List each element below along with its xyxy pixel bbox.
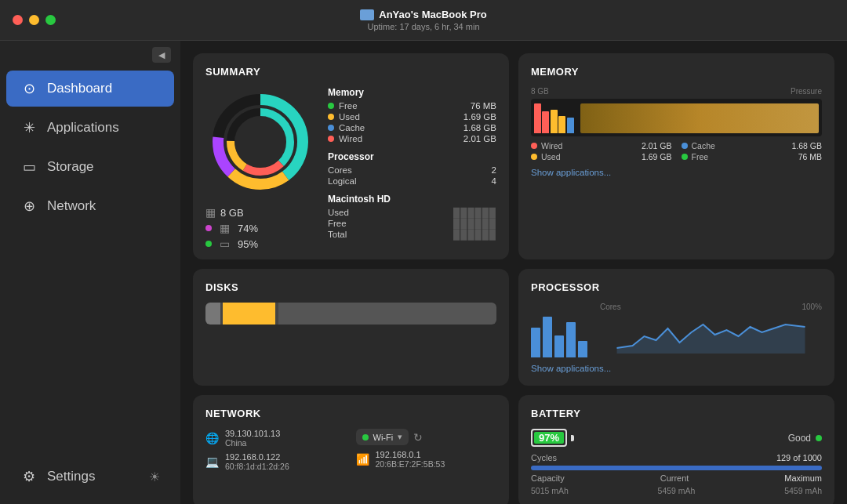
macintosh-section: Macintosh HD Used ██████ Free ██████ Tot… [328, 194, 496, 239]
cache-bar-1 [567, 118, 574, 133]
collapse-button[interactable]: ◀ [152, 47, 171, 63]
battery-top: 97% Good [531, 429, 822, 447]
mem-wired-row: Wired 2.01 GB [328, 134, 496, 143]
title-bar: AnYao's MacBook Pro Uptime: 17 days, 6 h… [0, 0, 847, 41]
sidebar-item-applications[interactable]: ✳ Applications [6, 110, 174, 146]
cache-dot [328, 125, 334, 131]
close-button[interactable] [13, 15, 23, 25]
mem-axis-left: 8 GB [531, 87, 549, 96]
disk-stat: ▦ 74% [205, 222, 315, 234]
network-right: Wi-Fi ▾ ↻ 📶 192.168.0.1 20:6B:E7:2F:5B:5… [356, 429, 497, 476]
battery-card: BATTERY 97% Good Cycles 129 of 1000 [518, 395, 834, 504]
sidebar-item-dashboard[interactable]: ⊙ Dashboard [6, 71, 174, 107]
sidebar-item-label: Network [47, 198, 96, 214]
public-ip-location: China [225, 438, 280, 448]
mem-used-row: Used 1.69 GB [328, 112, 496, 121]
mem-legend: Wired 2.01 GB Cache 1.68 GB Used 1.69 GB… [531, 141, 822, 161]
battery-pct-box: 97% [531, 429, 567, 447]
battery-status-dot [816, 435, 822, 441]
pressure-area [580, 103, 819, 133]
sidebar-item-settings[interactable]: ⚙ Settings ☀︎ [6, 459, 174, 495]
wired-bars [534, 103, 549, 133]
cache-legend-dot [682, 143, 688, 149]
cores-row: Cores 2 [328, 165, 496, 175]
battery-status-text: Good [788, 433, 811, 444]
proc-chart: Cores 100% [531, 303, 822, 357]
wifi-status-dot [362, 434, 369, 441]
proc-axis: Cores 100% [600, 303, 822, 311]
proc-show-apps[interactable]: Show applications... [531, 364, 822, 373]
minimize-button[interactable] [29, 15, 39, 25]
gateway-ip-row: 📶 192.168.0.1 20:6B:E7:2F:5B:53 [356, 450, 497, 469]
battery-cycles-row: Cycles 129 of 1000 [531, 453, 822, 462]
battery-tip [571, 435, 574, 441]
disk-dot [205, 225, 212, 231]
used-legend-dot [531, 154, 537, 160]
memory-show-apps[interactable]: Show applications... [531, 168, 822, 177]
wired-bar-1 [534, 103, 541, 133]
processor-title: PROCESSOR [531, 281, 822, 293]
processor-card: PROCESSOR Cores 100% [518, 269, 834, 386]
device-name: AnYao's MacBook Pro [360, 9, 486, 20]
storage-icon: ▭ [20, 158, 38, 176]
settings-label: Settings [47, 469, 95, 484]
current-label: Current [660, 473, 689, 483]
disks-card: DISKS [193, 269, 509, 386]
local-mac: 60:f8:1d:d1:2d:26 [225, 462, 289, 471]
used-bar-1 [551, 110, 558, 133]
cycles-bar [531, 466, 822, 470]
cache-bars [567, 118, 574, 133]
free-dot [328, 103, 334, 109]
refresh-icon[interactable]: ↻ [413, 431, 423, 444]
disk-seg-2 [223, 303, 275, 325]
mem-axis: 8 GB Pressure [531, 87, 822, 96]
summary-bottom-stats: ▦ 8 GB ▦ 74% ▭ 95% [205, 206, 315, 250]
network-inner: 🌐 39.130.101.13 China 💻 192.168.0.122 60… [205, 429, 496, 476]
main-layout: ◀ ⊙ Dashboard ✳ Applications ▭ Storage ⊕… [0, 41, 847, 504]
ram-icon: ▦ [205, 206, 216, 219]
storage-dot [205, 241, 212, 247]
chevron-down-icon: ▾ [398, 432, 402, 442]
sidebar-item-storage[interactable]: ▭ Storage [6, 149, 174, 185]
mem-cache-row: Cache 1.68 GB [328, 123, 496, 132]
proc-bar-1 [531, 328, 540, 358]
disk-seg-1 [205, 303, 220, 325]
wired-legend-dot [531, 143, 537, 149]
computer-icon: 💻 [205, 455, 219, 468]
public-ip-row: 🌐 39.130.101.13 China [205, 429, 347, 448]
proc-bars [531, 303, 594, 357]
processor-label: Processor [328, 151, 496, 162]
legend-cache: Cache 1.68 GB [682, 141, 823, 150]
dashboard-icon: ⊙ [20, 80, 38, 97]
summary-inner: ▦ 8 GB ▦ 74% ▭ 95% [205, 87, 496, 247]
network-title: NETWORK [205, 408, 496, 419]
maximize-button[interactable] [45, 15, 56, 25]
mac-used-row: Used ██████ [328, 208, 496, 217]
memory-title: MEMORY [531, 66, 822, 78]
wifi-selector[interactable]: Wi-Fi ▾ [356, 429, 409, 445]
proc-bar-2 [543, 317, 552, 358]
network-left: 🌐 39.130.101.13 China 💻 192.168.0.122 60… [205, 429, 347, 476]
gateway-mac: 20:6B:E7:2F:5B:53 [376, 459, 445, 469]
proc-line-area: Cores 100% [600, 303, 822, 357]
battery-pct-wrap: 97% [531, 429, 574, 447]
settings-icon: ⚙ [20, 468, 38, 485]
logical-row: Logical 4 [328, 176, 496, 186]
window-controls [13, 15, 56, 25]
sidebar-collapse-area: ◀ [0, 47, 180, 69]
disk-seg-3 [278, 303, 496, 325]
used-bars [551, 110, 565, 133]
battery-vals-row: 5015 mAh 5459 mAh 5459 mAh [531, 486, 822, 495]
cycles-label: Cycles [531, 453, 557, 462]
content-area: SUMMARY [180, 41, 847, 504]
proc-axis-right: 100% [802, 303, 822, 311]
network-card: NETWORK 🌐 39.130.101.13 China 💻 192.168.… [193, 395, 509, 504]
disk-bar [205, 303, 496, 325]
mem-free-row: Free 76 MB [328, 101, 496, 111]
free-legend-dot [682, 154, 688, 160]
legend-free: Free 76 MB [682, 152, 823, 161]
cycles-value: 129 of 1000 [776, 453, 822, 462]
globe-icon: 🌐 [205, 432, 219, 444]
memory-section: Memory Free 76 MB Used 1.69 GB [328, 87, 496, 143]
sidebar-item-network[interactable]: ⊕ Network [6, 188, 174, 224]
